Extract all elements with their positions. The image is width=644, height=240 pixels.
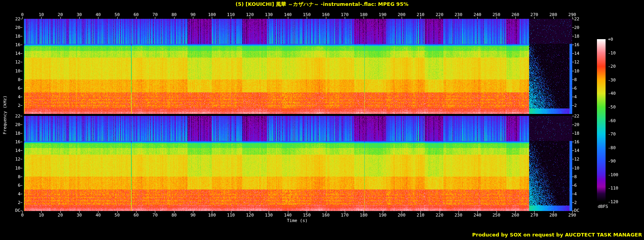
- time-tick-label-bottom: 20: [53, 213, 68, 218]
- db-tick-label: -90: [608, 159, 616, 164]
- credit-text: Produced by SOX on request by AUCDTECT T…: [472, 232, 642, 238]
- time-tick-label-top: 260: [508, 12, 523, 17]
- freq-tick-label-right: 8: [574, 174, 577, 179]
- freq-tick-label-right: 20: [574, 25, 579, 30]
- time-tick-label-top: 180: [356, 12, 371, 17]
- freq-tick-label-right: 4: [574, 94, 577, 99]
- time-tick-label-bottom: 210: [413, 213, 428, 218]
- time-tick-label-top: 130: [261, 12, 277, 17]
- db-tick-label: -10: [608, 51, 616, 56]
- freq-tick-label-left: 4: [0, 191, 20, 197]
- freq-tick-label-left: 16: [0, 42, 20, 47]
- time-tick-label-top: 190: [375, 12, 391, 17]
- db-tick-label: -30: [608, 78, 616, 83]
- time-tick-label-top: 160: [318, 12, 334, 17]
- time-tick-label-top: 270: [526, 12, 542, 17]
- time-tick-label-bottom: 270: [526, 213, 542, 218]
- time-tick-label-bottom: 160: [318, 213, 334, 218]
- time-tick-label-bottom: 220: [432, 213, 448, 218]
- time-tick-label-top: 210: [413, 12, 428, 17]
- freq-tick-label-right: 10: [574, 69, 579, 74]
- db-tick-label: -60: [608, 118, 616, 123]
- time-tick-label-top: 20: [53, 12, 68, 17]
- freq-tick-label-right: 14: [574, 51, 579, 56]
- freq-tick-label-right: 12: [574, 60, 579, 65]
- time-tick-label-top: 280: [546, 12, 561, 17]
- freq-tick-label-right: 12: [574, 157, 579, 162]
- db-tick-label: +0: [608, 37, 613, 42]
- freq-tick-label-left: 14: [0, 51, 20, 56]
- db-tick-label: -40: [608, 91, 616, 96]
- db-tick-label: -50: [608, 105, 616, 110]
- time-tick-label-top: 240: [469, 12, 485, 17]
- time-tick-label-top: 150: [299, 12, 315, 17]
- freq-tick-label-right: 10: [574, 166, 579, 171]
- time-tick-label-bottom: 10: [33, 213, 49, 218]
- freq-tick-label-right: 6: [574, 183, 577, 188]
- spectrogram-page: (5) [KOUICHI] 風華 ～カザハナ～ -instrumental-.f…: [0, 0, 644, 240]
- freq-tick-label-right: 18: [574, 34, 579, 39]
- time-tick-label-top: 90: [185, 12, 201, 17]
- time-tick-label-bottom: 90: [185, 213, 201, 218]
- time-tick-label-bottom: 70: [147, 213, 163, 218]
- freq-tick-label-left: 18: [0, 34, 20, 39]
- freq-tick-label-left: 12: [0, 157, 20, 162]
- freq-tick-label-right: 2: [574, 200, 577, 205]
- spectrogram-canvas: [0, 0, 644, 240]
- freq-tick-label-right: 2: [574, 103, 577, 108]
- time-tick-label-bottom: 30: [71, 213, 87, 218]
- freq-tick-label-left-dc: DC: [0, 208, 20, 213]
- time-tick-label-bottom: 140: [280, 213, 296, 218]
- db-tick-label: -70: [608, 132, 616, 137]
- time-tick-label-bottom: 150: [299, 213, 315, 218]
- page-title: (5) [KOUICHI] 風華 ～カザハナ～ -instrumental-.f…: [0, 1, 644, 8]
- time-tick-label-bottom: 130: [261, 213, 277, 218]
- db-tick-label: -110: [608, 186, 619, 191]
- time-tick-label-bottom: 100: [204, 213, 220, 218]
- freq-tick-label-left: 10: [0, 69, 20, 74]
- freq-tick-label-right: 20: [574, 122, 579, 127]
- db-tick-label: -80: [608, 145, 616, 150]
- time-tick-label-bottom: 200: [394, 213, 409, 218]
- time-tick-label-top: 120: [242, 12, 258, 17]
- time-tick-label-bottom: 240: [469, 213, 485, 218]
- time-tick-label-bottom: 170: [337, 213, 353, 218]
- freq-tick-label-left: 22: [0, 16, 20, 22]
- time-tick-label-top: 60: [128, 12, 144, 17]
- db-tick-label: -100: [608, 172, 619, 177]
- time-tick-label-top: 250: [489, 12, 504, 17]
- time-tick-label-bottom: 260: [508, 213, 523, 218]
- time-tick-label-bottom: 40: [90, 213, 106, 218]
- freq-tick-label-left: 12: [0, 60, 20, 65]
- db-tick-label: -20: [608, 64, 616, 69]
- db-tick-label: -120: [608, 199, 619, 204]
- time-tick-label-top: 110: [223, 12, 239, 17]
- freq-tick-label-right: 16: [574, 139, 579, 144]
- time-tick-label-bottom: 50: [109, 213, 125, 218]
- freq-tick-label-left: 6: [0, 183, 20, 188]
- time-tick-label-bottom: 280: [546, 213, 561, 218]
- time-tick-label-top: 40: [90, 12, 106, 17]
- time-tick-label-bottom: 230: [451, 213, 466, 218]
- time-tick-label-bottom: 180: [356, 213, 371, 218]
- time-tick-label-top: 70: [147, 12, 163, 17]
- freq-tick-label-right: 14: [574, 148, 579, 153]
- frequency-axis-label: Frequency (kHz): [2, 76, 7, 154]
- time-tick-label-bottom: 290: [564, 213, 580, 218]
- freq-tick-label-right: 16: [574, 42, 579, 47]
- time-tick-label-top: 80: [166, 12, 182, 17]
- freq-tick-label-right: 22: [574, 16, 579, 22]
- time-tick-label-bottom: 190: [375, 213, 391, 218]
- time-tick-label-top: 170: [337, 12, 353, 17]
- time-tick-label-bottom: 60: [128, 213, 144, 218]
- freq-tick-label-right-dc: DC: [574, 208, 579, 213]
- time-tick-label-bottom: 80: [166, 213, 182, 218]
- time-tick-label-top: 100: [204, 12, 220, 17]
- time-tick-label-top: 10: [33, 12, 49, 17]
- time-tick-label-top: 50: [109, 12, 125, 17]
- time-tick-label-bottom: 120: [242, 213, 258, 218]
- freq-tick-label-left: 20: [0, 25, 20, 30]
- time-tick-label-top: 30: [71, 12, 87, 17]
- freq-tick-label-left: 2: [0, 200, 20, 205]
- time-tick-label-bottom: 250: [489, 213, 504, 218]
